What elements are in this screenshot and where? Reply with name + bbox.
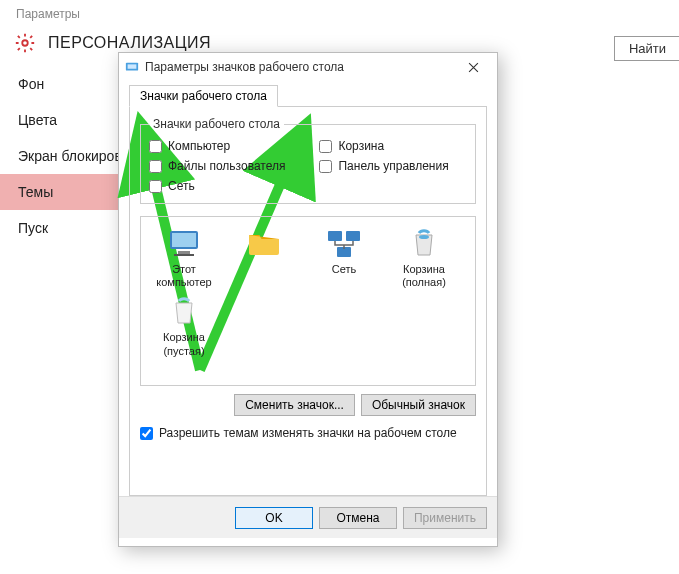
dialog-footer: OK Отмена Применить [119,496,497,538]
ok-button[interactable]: OK [235,507,313,529]
svg-point-0 [22,40,28,46]
apply-button[interactable]: Применить [403,507,487,529]
desktop-icons-dialog: Параметры значков рабочего стола Значки … [118,52,498,547]
settings-app-name: Параметры [16,7,80,21]
group-title: Значки рабочего стола [149,117,284,131]
folder-icon [246,227,282,259]
computer-icon [166,227,202,259]
checkbox-userfiles[interactable]: Файлы пользователя [149,159,285,173]
cancel-button[interactable]: Отмена [319,507,397,529]
recycle-full-icon [406,227,442,259]
svg-rect-8 [346,231,360,241]
recycle-empty-icon [166,295,202,327]
icon-userfiles[interactable] [225,227,303,289]
icon-network[interactable]: Сеть [305,227,383,289]
page-title: ПЕРСОНАЛИЗАЦИЯ [48,34,211,52]
change-icon-button[interactable]: Сменить значок... [234,394,355,416]
tab-desktop-icons[interactable]: Значки рабочего стола [129,85,278,107]
dialog-titlebar: Параметры значков рабочего стола [119,53,497,81]
icon-preview-area: Этот компьютер Сеть Корзина (полная) Кор… [140,216,476,386]
icon-recycle-full[interactable]: Корзина (полная) [385,227,463,289]
svg-rect-2 [128,64,137,68]
svg-rect-7 [328,231,342,241]
find-button[interactable]: Найти [614,36,679,61]
dialog-title: Параметры значков рабочего стола [145,60,344,74]
icon-recycle-empty[interactable]: Корзина (пустая) [145,295,223,357]
network-icon [326,227,362,259]
svg-rect-5 [178,251,190,254]
checkbox-computer[interactable]: Компьютер [149,139,285,153]
close-button[interactable] [455,56,491,78]
icon-this-pc[interactable]: Этот компьютер [145,227,223,289]
checkbox-network[interactable]: Сеть [149,179,285,193]
gear-icon [14,32,36,54]
checkbox-cpanel[interactable]: Панель управления [319,159,448,173]
svg-rect-4 [172,233,196,247]
svg-point-10 [419,235,429,239]
svg-rect-6 [174,254,194,256]
tab-page: Значки рабочего стола Компьютер Файлы по… [129,106,487,496]
group-desktop-icons: Значки рабочего стола Компьютер Файлы по… [140,117,476,204]
checkbox-allow-themes[interactable]: Разрешить темам изменять значки на рабоч… [140,426,476,440]
checkbox-recycle[interactable]: Корзина [319,139,448,153]
dialog-icon [125,60,139,74]
default-icon-button[interactable]: Обычный значок [361,394,476,416]
settings-titlebar: Параметры [0,0,679,28]
